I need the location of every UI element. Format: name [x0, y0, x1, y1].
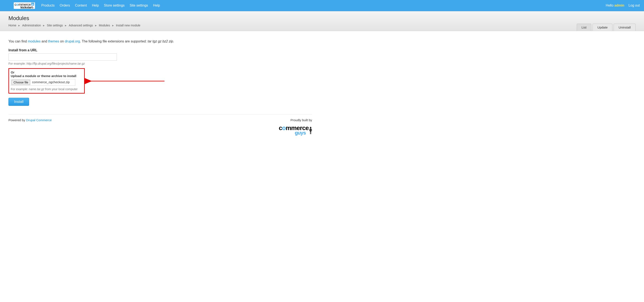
primary-nav: Products Orders Content Help Store setti… — [41, 4, 160, 8]
link-drupal-org[interactable]: drupal.org — [65, 40, 80, 43]
file-input-row: Choose file commerce_ogcheckout.zip — [11, 79, 75, 86]
logout-link[interactable]: Log out — [628, 4, 640, 8]
breadcrumb-advanced-settings[interactable]: Advanced settings — [69, 24, 93, 27]
top-nav-bar: commerce▸▸ kickstart™ Products Orders Co… — [0, 0, 644, 11]
upload-description: For example: name.tar.gz from your local… — [11, 87, 82, 91]
footer-separator — [8, 114, 312, 114]
link-themes[interactable]: themes — [48, 40, 59, 43]
breadcrumb-site-settings[interactable]: Site settings — [47, 24, 63, 27]
selected-file-name: commerce_ogcheckout.zip — [31, 79, 71, 86]
proudly-built-by: Proudly built by commerce guys — [279, 118, 312, 135]
local-tabs: List Update Uninstall — [577, 24, 636, 31]
breadcrumb-sep-icon: ▶ — [95, 24, 97, 27]
link-modules[interactable]: modules — [28, 40, 40, 43]
nav-store-settings[interactable]: Store settings — [104, 4, 124, 8]
link-drupal-commerce[interactable]: Drupal Commerce — [26, 118, 52, 122]
tab-uninstall[interactable]: Uninstall — [614, 24, 636, 31]
powered-by: Powered by Drupal Commerce — [8, 118, 52, 122]
breadcrumb-sep-icon: ▶ — [65, 24, 67, 27]
breadcrumb-administration[interactable]: Administration — [22, 24, 41, 27]
nav-site-settings[interactable]: Site settings — [130, 4, 148, 8]
nav-help-2[interactable]: Help — [153, 4, 160, 8]
breadcrumb-sep-icon: ▶ — [112, 24, 114, 27]
tab-update[interactable]: Update — [592, 24, 612, 31]
annotation-arrow-icon — [84, 78, 169, 84]
nav-content[interactable]: Content — [75, 4, 87, 8]
breadcrumb-current: Install new module — [116, 24, 140, 27]
person-icon — [309, 126, 312, 135]
nav-orders[interactable]: Orders — [60, 4, 70, 8]
page-footer: Powered by Drupal Commerce Proudly built… — [8, 118, 312, 135]
upload-archive-section: Or Upload a module or theme archive to i… — [8, 68, 85, 94]
hello-user: Hello admin — [606, 4, 624, 8]
breadcrumb-modules[interactable]: Modules — [99, 24, 110, 27]
breadcrumb-sep-icon: ▶ — [18, 24, 20, 27]
breadcrumb: Home▶ Administration▶ Site settings▶ Adv… — [8, 24, 636, 31]
page-header: Modules Home▶ Administration▶ Site setti… — [0, 11, 644, 31]
install-from-url-section: Install from a URL For example: http://f… — [8, 48, 312, 65]
site-logo[interactable]: commerce▸▸ kickstart™ — [14, 2, 35, 9]
page-content: You can find modules and themes on drupa… — [0, 31, 320, 139]
install-url-input[interactable] — [8, 53, 117, 61]
breadcrumb-home[interactable]: Home — [8, 24, 16, 27]
svg-rect-3 — [310, 128, 311, 132]
install-url-label: Install from a URL — [8, 48, 312, 52]
tab-list[interactable]: List — [577, 24, 591, 31]
intro-text: You can find modules and themes on drupa… — [8, 40, 312, 43]
nav-products[interactable]: Products — [41, 4, 54, 8]
svg-rect-5 — [311, 131, 311, 134]
svg-point-2 — [310, 127, 312, 128]
breadcrumb-sep-icon: ▶ — [43, 24, 45, 27]
install-url-description: For example: http://ftp.drupal.org/files… — [8, 62, 312, 65]
or-label: Or — [11, 71, 82, 74]
svg-rect-4 — [310, 131, 310, 134]
upload-archive-label: Upload a module or theme archive to inst… — [11, 74, 82, 78]
svg-rect-6 — [309, 129, 310, 131]
commerce-guys-logo[interactable]: commerce guys — [279, 125, 309, 135]
choose-file-button[interactable]: Choose file — [12, 80, 30, 85]
svg-rect-7 — [312, 129, 312, 131]
nav-help[interactable]: Help — [92, 4, 99, 8]
install-button[interactable]: Install — [8, 98, 29, 106]
page-title: Modules — [8, 15, 636, 22]
